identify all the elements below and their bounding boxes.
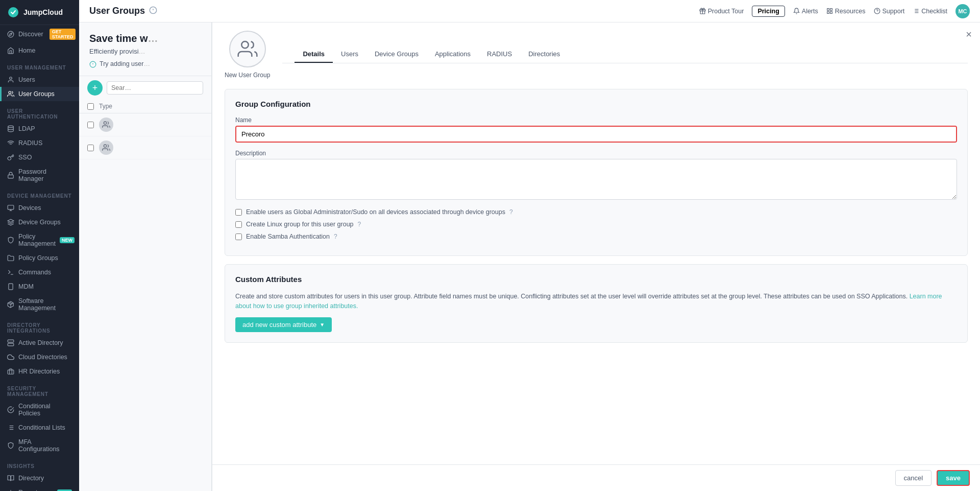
- sidebar-item-devices[interactable]: Devices: [0, 201, 79, 215]
- group-avatar-1: [99, 118, 113, 132]
- sidebar-item-devices-label: Devices: [18, 204, 41, 212]
- sidebar-item-reports[interactable]: Reports NEW: [0, 485, 79, 491]
- svg-point-52: [104, 122, 106, 124]
- monitor-icon: [7, 204, 14, 212]
- sidebar-item-mfa-configurations[interactable]: MFA Configurations: [0, 435, 79, 456]
- svg-rect-38: [830, 9, 832, 11]
- bell-icon: [793, 8, 800, 14]
- add-custom-attribute-button[interactable]: add new custom attribute ▼: [235, 317, 332, 332]
- custom-attr-desc-text: Create and store custom attributes for u…: [235, 293, 908, 300]
- product-tour-link[interactable]: Product Tour: [699, 8, 744, 15]
- alerts-label: Alerts: [802, 8, 818, 15]
- tab-details[interactable]: Details: [295, 46, 333, 63]
- svg-rect-6: [8, 175, 14, 178]
- user-avatar[interactable]: MC: [955, 4, 970, 18]
- sidebar-item-policy-management[interactable]: Policy Management NEW: [0, 229, 79, 251]
- sidebar-logo[interactable]: JumpCloud: [0, 0, 79, 25]
- resources-label: Resources: [835, 8, 866, 15]
- group-row[interactable]: [79, 113, 211, 136]
- samba-auth-checkbox[interactable]: [235, 233, 242, 240]
- alerts-link[interactable]: Alerts: [793, 8, 818, 15]
- tab-device-groups[interactable]: Device Groups: [366, 46, 427, 63]
- shield-icon: [7, 237, 14, 244]
- linux-group-label: Create Linux group for this user group: [246, 221, 354, 228]
- tab-directories[interactable]: Directories: [520, 46, 568, 63]
- sidebar-item-home[interactable]: Home: [0, 43, 79, 58]
- sidebar-navigation: Discover GET STARTED Home USER MANAGEMEN…: [0, 25, 79, 491]
- sidebar-item-directory[interactable]: Directory: [0, 471, 79, 485]
- sidebar-item-mdm[interactable]: MDM: [0, 279, 79, 294]
- panel-main-content: Group Configuration Name Description: [212, 79, 980, 361]
- global-admin-help-icon[interactable]: ?: [509, 208, 513, 216]
- pricing-button[interactable]: Pricing: [752, 6, 785, 17]
- group-row[interactable]: [79, 136, 211, 159]
- sidebar-item-password-manager[interactable]: Password Manager: [0, 165, 79, 186]
- panel-footer: cancel save: [212, 464, 980, 491]
- lock-icon: [7, 172, 14, 179]
- type-column-header: Type: [99, 103, 112, 110]
- sidebar-item-ldap-label: LDAP: [18, 125, 35, 132]
- search-input[interactable]: [107, 81, 203, 95]
- main-area: User Groups Product Tour Pricing Alerts …: [79, 0, 980, 491]
- name-input[interactable]: [236, 127, 956, 142]
- sidebar-item-commands[interactable]: Commands: [0, 265, 79, 279]
- select-all-checkbox[interactable]: [87, 103, 94, 110]
- group-list: Type: [79, 100, 211, 491]
- checklist-link[interactable]: Checklist: [913, 8, 947, 15]
- resources-link[interactable]: Resources: [826, 8, 866, 15]
- description-textarea[interactable]: [235, 159, 957, 200]
- sidebar-item-user-groups[interactable]: User Groups: [0, 87, 79, 101]
- bar-chart-icon: [7, 489, 14, 491]
- sidebar-item-ldap[interactable]: LDAP: [0, 122, 79, 136]
- sidebar-item-device-groups[interactable]: Device Groups: [0, 215, 79, 229]
- sidebar-item-cloud-directories-label: Cloud Directories: [18, 354, 67, 361]
- sidebar-item-software-management-label: Software Management: [18, 297, 72, 312]
- sidebar: JumpCloud Discover GET STARTED Home USER…: [0, 0, 79, 491]
- terminal-icon: [7, 269, 14, 276]
- group-checkbox-2[interactable]: [87, 145, 94, 151]
- custom-attributes-card: Custom Attributes Create and store custo…: [225, 264, 968, 343]
- tab-radius[interactable]: RADIUS: [479, 46, 520, 63]
- sidebar-item-conditional-lists[interactable]: Conditional Lists: [0, 420, 79, 435]
- tab-applications[interactable]: Applications: [427, 46, 479, 63]
- sidebar-item-mdm-label: MDM: [18, 283, 34, 290]
- description-form-group: Description: [235, 150, 957, 201]
- linux-group-checkbox[interactable]: [235, 221, 242, 228]
- svg-rect-37: [827, 9, 829, 11]
- cancel-button[interactable]: cancel: [895, 470, 932, 486]
- global-admin-checkbox[interactable]: [235, 209, 242, 216]
- sidebar-item-active-directory[interactable]: Active Directory: [0, 336, 79, 350]
- sidebar-item-users[interactable]: Users: [0, 73, 79, 87]
- user-management-label: USER MANAGEMENT: [0, 58, 79, 73]
- sidebar-item-mfa-configurations-label: MFA Configurations: [18, 438, 72, 453]
- samba-auth-help-icon[interactable]: ?: [334, 233, 337, 240]
- sidebar-item-cloud-directories[interactable]: Cloud Directories: [0, 350, 79, 364]
- panel-header-row: New User Group Details Users Device Grou…: [212, 22, 980, 79]
- svg-rect-17: [8, 343, 14, 346]
- add-group-button[interactable]: +: [87, 80, 103, 96]
- save-button[interactable]: save: [937, 470, 970, 486]
- group-list-header: Type: [79, 100, 211, 113]
- list-icon: [7, 424, 14, 431]
- checkbox-samba-auth: Enable Samba Authentication ?: [235, 233, 957, 240]
- linux-group-help-icon[interactable]: ?: [358, 221, 361, 228]
- svg-rect-20: [8, 370, 14, 374]
- sidebar-item-policy-groups[interactable]: Policy Groups: [0, 251, 79, 265]
- sidebar-item-hr-directories[interactable]: HR Directories: [0, 364, 79, 379]
- left-panel-title: Save time w…: [89, 33, 201, 44]
- support-link[interactable]: Support: [874, 8, 905, 15]
- briefcase-icon: [7, 368, 14, 375]
- sidebar-item-conditional-policies[interactable]: Conditional Policies: [0, 399, 79, 420]
- sidebar-item-radius[interactable]: RADIUS: [0, 136, 79, 150]
- tab-bar: Details Users Device Groups Applications…: [282, 46, 968, 63]
- tab-users[interactable]: Users: [333, 46, 366, 63]
- group-checkbox-1[interactable]: [87, 122, 94, 128]
- insights-label: INSIGHTS: [0, 456, 79, 471]
- info-icon[interactable]: [149, 6, 157, 16]
- sidebar-item-sso[interactable]: SSO: [0, 150, 79, 165]
- sidebar-item-discover[interactable]: Discover GET STARTED: [0, 25, 79, 43]
- discover-badge: GET STARTED: [50, 29, 76, 40]
- check-circle-icon: [7, 406, 14, 413]
- sidebar-item-software-management[interactable]: Software Management: [0, 294, 79, 315]
- close-button[interactable]: ×: [966, 29, 972, 40]
